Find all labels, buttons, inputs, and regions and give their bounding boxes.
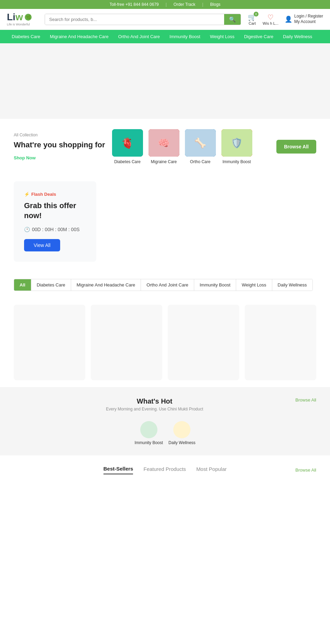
account-button[interactable]: 👤 Login / Register My Account xyxy=(285,14,323,24)
filter-tab-all[interactable]: All xyxy=(14,279,31,291)
timer-text: 00D : 00H : 00M : 00S xyxy=(32,227,80,232)
best-sellers-section: Best-Sellers Featured Products Most Popu… xyxy=(0,455,330,492)
collection-item-diabetes[interactable]: 🫀 Diabetes Care xyxy=(112,129,143,164)
divider1: | xyxy=(166,2,167,7)
collections-items: 🫀 Diabetes Care 🧠 Migraine Care 🦴 Ortho … xyxy=(112,129,270,164)
filter-tab-ortho[interactable]: Ortho And Joint Care xyxy=(141,279,194,291)
whats-hot-header: What's Hot Every Morning and Evening. Us… xyxy=(14,397,316,411)
tab-featured[interactable]: Featured Products xyxy=(143,466,186,474)
login-register-label: Login / Register xyxy=(294,14,323,19)
nav-item-immunity[interactable]: Immunity Boost xyxy=(165,30,205,43)
top-bar: Toll-free +91 844 844 0679 | Order Track… xyxy=(0,0,330,9)
lightning-icon: ⚡ xyxy=(24,192,30,197)
whats-hot-section: What's Hot Every Morning and Evening. Us… xyxy=(0,387,330,455)
chip-immunity[interactable]: Immunity Boost xyxy=(134,421,163,445)
logo-icon: 🌿 xyxy=(24,13,32,21)
logo[interactable]: Liw 🌿 Life is Wonderful xyxy=(7,12,38,26)
filter-tab-diabetes[interactable]: Diabetes Care xyxy=(31,279,71,291)
best-sellers-tabs: Best-Sellers Featured Products Most Popu… xyxy=(14,466,316,474)
collection-label-immunity: Immunity Boost xyxy=(222,159,251,164)
collections-section: All Collection What're you shopping for … xyxy=(0,119,330,174)
nav-item-digestive[interactable]: Digestive Care xyxy=(239,30,278,43)
clock-icon: 🕐 xyxy=(24,227,30,232)
logo-tagline: Life is Wonderful xyxy=(7,23,30,26)
my-account-label: My Account xyxy=(294,19,323,25)
tab-best-sellers[interactable]: Best-Sellers xyxy=(103,466,133,474)
ortho-img: 🦴 xyxy=(185,129,216,157)
flash-label: ⚡ Flash Deals xyxy=(24,192,86,197)
svg-text:🌿: 🌿 xyxy=(25,14,31,20)
search-icon: 🔍 xyxy=(229,16,236,22)
main-nav: Diabetes Care Migraine And Headache Care… xyxy=(0,30,330,43)
browse-all-button[interactable]: Browse All xyxy=(276,140,316,154)
collection-label-ortho: Ortho Care xyxy=(190,159,210,164)
blogs-link[interactable]: Blogs xyxy=(210,2,220,7)
heart-icon: ♡ xyxy=(267,13,274,21)
search-input[interactable] xyxy=(45,14,224,25)
search-bar: 🔍 xyxy=(45,14,241,25)
nav-item-ortho[interactable]: Ortho And Joint Care xyxy=(113,30,165,43)
filter-tab-immunity[interactable]: Immunity Boost xyxy=(194,279,236,291)
chip-icon-immunity xyxy=(140,421,157,438)
wishlist-button[interactable]: ♡ Wis h L... xyxy=(263,13,278,25)
collection-label-migraine: Migraine Care xyxy=(151,159,177,164)
cart-badge: 0 xyxy=(254,12,258,16)
bottom-spacer xyxy=(0,492,330,560)
nav-item-weightloss[interactable]: Weight Loss xyxy=(205,30,239,43)
order-track-link[interactable]: Order Track xyxy=(174,2,195,7)
product-card-3[interactable] xyxy=(168,305,239,380)
collections-title: What're you shopping for xyxy=(14,140,105,150)
product-card-1[interactable] xyxy=(14,305,85,380)
filter-tab-wellness[interactable]: Daily Wellness xyxy=(272,279,312,291)
flash-title: Grab this offer now! xyxy=(24,201,86,221)
collection-item-immunity[interactable]: 🛡️ Immunity Boost xyxy=(221,129,252,164)
whats-hot-title: What's Hot xyxy=(14,397,295,405)
search-button[interactable]: 🔍 xyxy=(224,14,241,25)
header-actions: 🛒 0 Cart ♡ Wis h L... 👤 Login / Register… xyxy=(248,13,323,25)
chip-icon-wellness xyxy=(173,421,190,438)
product-card-4[interactable] xyxy=(245,305,316,380)
chip-wellness[interactable]: Daily Wellness xyxy=(168,421,195,445)
bs-browse-all-link[interactable]: Browse All xyxy=(295,467,316,473)
collection-label-diabetes: Diabetes Care xyxy=(114,159,141,164)
collections-left: All Collection What're you shopping for … xyxy=(14,133,105,161)
filter-tabs: All Diabetes Care Migraine And Headache … xyxy=(14,279,313,291)
whats-hot-subtitle: Every Morning and Evening. Use Chini Muk… xyxy=(14,407,295,411)
cart-button[interactable]: 🛒 0 Cart xyxy=(248,13,256,25)
account-text: Login / Register My Account xyxy=(294,14,323,24)
chip-label-immunity: Immunity Boost xyxy=(134,440,163,445)
chip-label-wellness: Daily Wellness xyxy=(168,440,195,445)
category-chips: Immunity Boost Daily Wellness xyxy=(14,414,316,445)
nav-item-migraine[interactable]: Migraine And Headache Care xyxy=(45,30,113,43)
collections-subtitle: All Collection xyxy=(14,133,105,137)
migraine-img: 🧠 xyxy=(148,129,179,157)
hero-banner xyxy=(0,43,330,119)
user-icon: 👤 xyxy=(285,15,292,23)
divider2: | xyxy=(202,2,203,7)
diabetes-img: 🫀 xyxy=(112,129,143,157)
product-grid xyxy=(14,305,316,380)
products-grid-area xyxy=(0,294,330,387)
whats-hot-browse-all[interactable]: Browse All xyxy=(295,397,316,403)
collection-item-ortho[interactable]: 🦴 Ortho Care xyxy=(185,129,216,164)
shop-now-link[interactable]: Shop Now xyxy=(14,155,36,160)
cart-label: Cart xyxy=(249,21,256,25)
flash-card: ⚡ Flash Deals Grab this offer now! 🕐 00D… xyxy=(14,181,96,262)
logo-text: Liw xyxy=(7,12,23,22)
header: Liw 🌿 Life is Wonderful 🔍 🛒 0 Cart ♡ Wis… xyxy=(0,9,330,30)
tollfree-text: Toll-free +91 844 844 0679 xyxy=(110,2,159,7)
nav-item-wellness[interactable]: Daily Wellness xyxy=(278,30,317,43)
flash-timer: 🕐 00D : 00H : 00M : 00S xyxy=(24,227,86,232)
whats-hot-title-area: What's Hot Every Morning and Evening. Us… xyxy=(14,397,295,411)
filter-section: All Diabetes Care Migraine And Headache … xyxy=(0,269,330,294)
filter-tab-migraine[interactable]: Migraine And Headache Care xyxy=(71,279,141,291)
tab-most-popular[interactable]: Most Popular xyxy=(196,466,227,474)
product-card-2[interactable] xyxy=(91,305,162,380)
collection-item-migraine[interactable]: 🧠 Migraine Care xyxy=(148,129,179,164)
filter-tab-weightloss[interactable]: Weight Loss xyxy=(236,279,272,291)
immunity-img: 🛡️ xyxy=(221,129,252,157)
wishlist-label: Wis h L... xyxy=(263,21,278,25)
view-all-button[interactable]: View All xyxy=(24,239,60,251)
nav-item-diabetes[interactable]: Diabetes Care xyxy=(7,30,45,43)
flash-section: ⚡ Flash Deals Grab this offer now! 🕐 00D… xyxy=(0,174,330,269)
